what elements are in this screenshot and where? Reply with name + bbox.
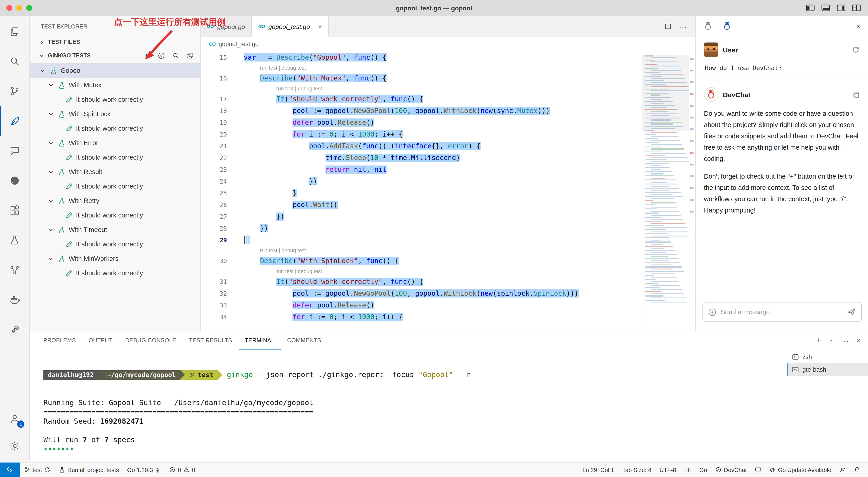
status-problems[interactable]: 0 0	[165, 463, 199, 477]
status-eol[interactable]: LF	[680, 463, 695, 477]
code-line-20[interactable]: 20 for i := 0; i < 1000; i++ {	[201, 128, 695, 140]
tree-item-spec-0[interactable]: It should work correctly	[30, 92, 200, 107]
code-area[interactable]: 15var _ = Describe("Gopool", func() {run…	[201, 52, 695, 323]
line-number[interactable]: 16	[201, 72, 227, 84]
code-line-19[interactable]: 19 defer pool.Release()	[201, 117, 695, 128]
collapse-all-icon[interactable]	[187, 52, 194, 59]
codelens-debug-test[interactable]: debug test	[298, 86, 322, 91]
line-number[interactable]: 33	[201, 299, 227, 311]
activity-item-testing[interactable]	[0, 225, 29, 255]
code-line-21[interactable]: 21 pool.AddTask(func() (interface{}, err…	[201, 140, 695, 152]
status-encoding[interactable]: UTF-8	[655, 463, 680, 477]
code-line-28[interactable]: 28 })	[201, 222, 695, 234]
line-number[interactable]: 23	[201, 164, 227, 175]
terminal-instance-gte-bash[interactable]: gte-bash	[786, 363, 868, 376]
devchat-input[interactable]: Send a message.	[702, 302, 862, 322]
line-number[interactable]: 28	[201, 222, 227, 234]
tree-item-gopool[interactable]: Gopool	[30, 63, 200, 78]
line-number[interactable]: 21	[201, 140, 227, 152]
line-number[interactable]: 15	[201, 52, 227, 63]
status-go-version[interactable]: Go 1.20.3	[123, 463, 165, 477]
tree-item-with-minworkers[interactable]: With MinWorkers	[30, 251, 200, 266]
line-number[interactable]: 31	[201, 276, 227, 288]
activity-item-accounts[interactable]: 1	[0, 405, 29, 432]
tree-item-spec-3[interactable]: It should work correctly	[30, 179, 200, 193]
line-number[interactable]: 27	[201, 211, 227, 222]
panel-tab-comments[interactable]: COMMENTS	[281, 331, 328, 350]
tree-item-with-error[interactable]: With Error	[30, 136, 200, 150]
line-number[interactable]: 17	[201, 93, 227, 105]
status-tab-size[interactable]: Tab Size: 4	[618, 463, 655, 477]
toggle-primary-sidebar-icon[interactable]	[806, 4, 815, 11]
panel-tab-test-results[interactable]: TEST RESULTS	[183, 331, 239, 350]
code-line-34[interactable]: 34 for i := 0; i < 1000; i++ {	[201, 311, 695, 323]
line-number[interactable]: 20	[201, 128, 227, 140]
line-number[interactable]: 18	[201, 105, 227, 117]
activity-item-github[interactable]	[0, 166, 29, 195]
code-line-31[interactable]: 31 It("should work correctly", func() {	[201, 276, 695, 288]
code-line-26[interactable]: 26 pool.Wait()	[201, 199, 695, 211]
tree-item-with-mutex[interactable]: With Mutex	[30, 78, 200, 92]
status-cursor-position[interactable]: Ln 29, Col 1	[579, 463, 618, 477]
activity-item-source-control[interactable]	[0, 76, 29, 106]
zoom-window-button[interactable]	[26, 5, 32, 11]
codelens-debug-test[interactable]: debug test	[282, 248, 306, 253]
line-number[interactable]: 26	[201, 199, 227, 211]
terminal-instance-zsh[interactable]: zsh	[786, 350, 868, 363]
code-line-24[interactable]: 24 })	[201, 175, 695, 187]
status-notifications[interactable]	[850, 463, 864, 477]
terminal-output[interactable]: danielhu@192~/go/mycode/gopooltestginkgo…	[43, 351, 782, 462]
editor-more-actions-icon[interactable]: ···	[679, 23, 687, 30]
check-all-tests-icon[interactable]	[158, 52, 165, 59]
code-line-25[interactable]: 25 }	[201, 187, 695, 199]
code-line-15[interactable]: 15var _ = Describe("Gopool", func() {	[201, 52, 695, 63]
code-line-33[interactable]: 33 defer pool.Release()	[201, 299, 695, 311]
line-number[interactable]: 24	[201, 175, 227, 187]
code-line-22[interactable]: 22 time.Sleep(10 * time.Millisecond)	[201, 152, 695, 164]
tree-item-with-spinlock[interactable]: With SpinLock	[30, 107, 200, 121]
tree-item-with-timeout[interactable]: With Timeout	[30, 222, 200, 237]
codelens-debug-test[interactable]: debug test	[282, 65, 306, 70]
search-tests-icon[interactable]	[172, 52, 180, 59]
tree-item-spec-2[interactable]: It should work correctly	[30, 150, 200, 165]
minimap[interactable]	[642, 52, 689, 331]
line-number[interactable]: 29	[201, 234, 227, 246]
activity-item-rocket[interactable]	[0, 315, 29, 345]
line-number[interactable]: 22	[201, 152, 227, 164]
activity-item-ginkgo-test-explorer[interactable]	[0, 106, 29, 136]
panel-tab-output[interactable]: OUTPUT	[82, 331, 119, 350]
tab-gopool-go[interactable]: GO gopool.go	[201, 16, 252, 37]
minimize-window-button[interactable]	[16, 5, 22, 11]
code-line-27[interactable]: 27 })	[201, 211, 695, 222]
panel-tab-problems[interactable]: PROBLEMS	[37, 331, 82, 350]
minimap-slider[interactable]	[643, 55, 689, 131]
tree-item-spec-4[interactable]: It should work correctly	[30, 208, 200, 222]
tree-item-with-result[interactable]: With Result	[30, 165, 200, 179]
panel-tab-debug-console[interactable]: DEBUG CONSOLE	[119, 331, 183, 350]
status-branch[interactable]: test	[20, 463, 55, 477]
copy-icon[interactable]	[852, 91, 860, 98]
devchat-active-session-icon[interactable]	[722, 21, 732, 31]
remote-indicator[interactable]	[0, 463, 20, 477]
new-terminal-icon[interactable]: +	[816, 336, 821, 345]
close-panel-icon[interactable]: ×	[856, 22, 861, 31]
code-line-17[interactable]: 17 It("should work correctly", func() {	[201, 93, 695, 105]
line-number[interactable]: 32	[201, 288, 227, 299]
line-number[interactable]: 30	[201, 255, 227, 267]
send-icon[interactable]	[847, 307, 856, 317]
codelens-run-test[interactable]: run test	[276, 269, 293, 274]
activity-item-search[interactable]	[0, 46, 29, 76]
tree-item-with-retry[interactable]: With Retry	[30, 193, 200, 208]
run-all-tests-icon[interactable]	[144, 52, 151, 59]
activity-item-chat[interactable]	[0, 136, 29, 166]
activity-item-hierarchy[interactable]	[0, 255, 29, 285]
status-vm[interactable]	[751, 463, 765, 477]
close-window-button[interactable]	[6, 5, 12, 11]
panel-tab-terminal[interactable]: TERMINAL	[239, 331, 281, 350]
code-line-30[interactable]: 30 Describe("With SpinLock", func() {	[201, 255, 695, 267]
tree-item-spec-6[interactable]: It should work correctly	[30, 266, 200, 280]
code-line-16[interactable]: 16 Describe("With Mutex", func() {	[201, 72, 695, 84]
split-editor-icon[interactable]	[664, 23, 672, 30]
close-tab-icon[interactable]: ×	[318, 23, 322, 30]
line-number[interactable]: 34	[201, 311, 227, 323]
